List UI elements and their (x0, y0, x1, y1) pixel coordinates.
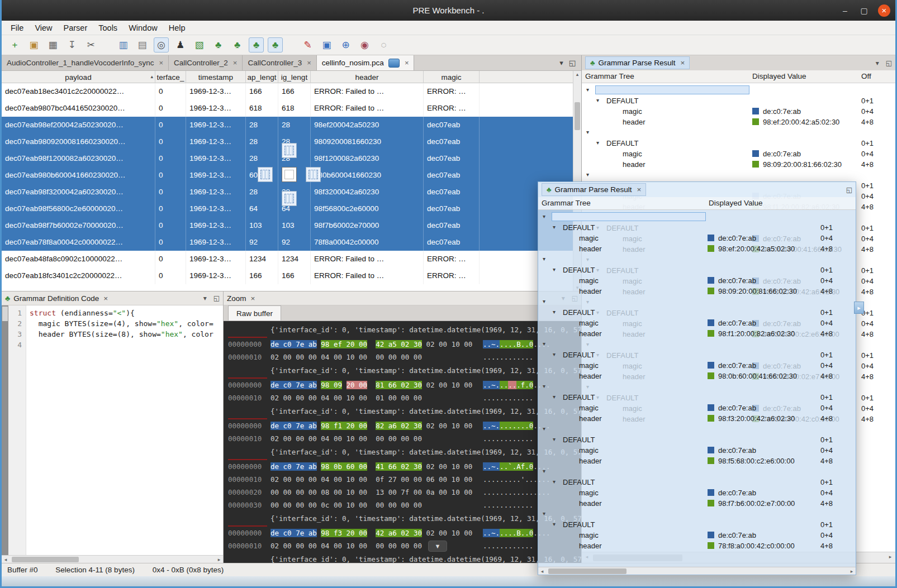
parse-result-tab[interactable]: ♣ Grammar Parse Result × (542, 183, 646, 196)
overview-thumb[interactable] (2, 307, 8, 321)
save-icon[interactable]: ▦ (45, 37, 60, 52)
column-header-ig_lengt[interactable]: ig_lengt (278, 71, 311, 83)
tab-close-icon[interactable]: × (159, 59, 163, 67)
column-header-header[interactable]: header (311, 71, 424, 83)
tree-field-header[interactable]: header78:f8:a0:00:42:c0:00:004+8 (538, 541, 856, 551)
menu-view[interactable]: View (29, 21, 58, 35)
tree-node-root[interactable]: ▾ (538, 297, 856, 307)
chevron-down-icon[interactable]: ▾ (553, 436, 556, 442)
column-offset[interactable]: Off (861, 72, 871, 80)
tree-field-header[interactable]: header98:09:20:00:81:66:02:304+8 (582, 159, 895, 170)
chevron-down-icon[interactable]: ▾ (543, 510, 545, 517)
hex-line[interactable]: 0000002000 00 00 00 08 00 10 00 13 00 7f… (228, 486, 581, 499)
code-editor[interactable]: 1234 struct (endianness="<"){ magic BYTE… (2, 305, 223, 555)
chevron-down-icon[interactable]: ▾ (543, 213, 545, 219)
panel-menu-icon[interactable]: ▾ (876, 59, 879, 67)
floating-window-header[interactable]: ♣ Grammar Parse Result × ◱ (538, 182, 856, 197)
tree-field-magic[interactable]: magicde:c0:7e:ab0+4 (538, 445, 856, 456)
tree-node-root[interactable]: ▾ (538, 466, 856, 477)
chevron-down-icon[interactable]: ▾ (543, 341, 545, 347)
tree-node-root[interactable]: ▾ (538, 381, 856, 392)
tab-float-icon[interactable]: ◱ (569, 59, 576, 67)
window-icon[interactable]: ▣ (319, 37, 334, 52)
code-lines[interactable]: struct (endianness="<"){ magic BYTES(siz… (26, 305, 223, 555)
table-row[interactable]: dec07eab9807bc0441650230020…01969-12-3…6… (2, 100, 581, 117)
tree-node-default[interactable]: ▾DEFAULT0+1 (538, 434, 856, 445)
chevron-down-icon[interactable]: ▾ (543, 256, 545, 262)
tree-field-magic[interactable]: magicde:c0:7e:ab0+4 (538, 318, 856, 328)
column-grammar-tree[interactable]: Grammar Tree (542, 199, 591, 207)
maximize-button[interactable]: ▢ (859, 6, 869, 15)
bug-icon[interactable]: ♣ (211, 37, 226, 52)
tree-node-default[interactable]: ▾DEFAULT0+1 (582, 138, 895, 149)
open-file-icon[interactable]: ▣ (26, 37, 41, 52)
hex-line[interactable]: 0000001002 00 00 00 04 00 10 00 00 00 00… (228, 351, 581, 364)
scroll-right-icon[interactable]: ▸ (886, 554, 894, 560)
tab-2[interactable]: CallController_2× (169, 55, 243, 70)
hex-line[interactable]: 0000001002 00 00 00 04 00 10 00 00 00 00… (228, 433, 581, 446)
tab-raw-buffer[interactable]: Raw buffer (228, 305, 281, 321)
code-line[interactable]: struct (endianness="<"){ (30, 308, 223, 318)
chevron-down-icon[interactable]: ▾ (596, 140, 599, 146)
tree-field-magic[interactable]: magicde:c0:7e:ab0+4 (538, 487, 856, 498)
tree-node-root[interactable]: ▾ (538, 212, 856, 222)
chevron-down-icon[interactable]: ▾ (543, 298, 545, 304)
close-button[interactable]: × (878, 4, 890, 17)
tree-field-magic[interactable]: magicde:c0:7e:ab0+4 (538, 360, 856, 371)
tab-close-icon[interactable]: × (405, 59, 409, 67)
find-file-icon[interactable]: ◎ (154, 37, 169, 52)
column-header-timestamp[interactable]: timestamp (186, 71, 246, 83)
close-panel-icon[interactable]: × (251, 294, 255, 303)
dock-drop-center[interactable] (282, 167, 297, 182)
cut-icon[interactable]: ✂ (83, 37, 98, 52)
tree-field-magic[interactable]: magicde:c0:7e:ab0+4 (538, 275, 856, 286)
parse-result-floating-window[interactable]: ♣ Grammar Parse Result × ◱ Grammar Tree … (538, 181, 856, 575)
reparse-icon[interactable]: ♣ (268, 37, 283, 52)
tab-close-icon[interactable]: × (233, 59, 238, 67)
tab-4[interactable]: cellinfo_nosim.pca× (317, 55, 415, 70)
tree-field-header[interactable]: header98:09:20:00:81:66:02:304+8 (538, 286, 856, 297)
hex-line[interactable]: 00000000de c0 7e ab 98 ef 20 00 42 a5 02… (228, 338, 581, 351)
tree-field-header[interactable]: header98:f5:68:00:c2:e6:00:004+8 (538, 456, 856, 466)
menu-file[interactable]: File (5, 21, 29, 35)
chevron-down-icon[interactable]: ▾ (553, 394, 556, 400)
print-icon[interactable]: ▤ (135, 37, 150, 52)
image-icon[interactable]: ▧ (192, 37, 207, 52)
parse-all-icon[interactable]: ♣ (249, 37, 264, 52)
parse-result-tab[interactable]: ♣ Grammar Parse Result × (585, 56, 690, 69)
table-row[interactable]: dec07eab98f7b60002e70000020…01969-12-3…1… (2, 217, 581, 234)
tree-field-magic[interactable]: magicde:c0:7e:ab0+4 (538, 233, 856, 243)
panel-menu-icon[interactable]: ▾ (203, 294, 207, 302)
tree-field-header[interactable]: header98:f1:20:00:82:a6:02:304+8 (538, 328, 856, 339)
column-displayed-value[interactable]: Displayed Value (752, 72, 806, 80)
titlebar[interactable]: PRE Workbench - . – ▢ × (0, 0, 897, 21)
close-panel-icon[interactable]: × (637, 185, 642, 194)
tree-node-default[interactable]: ▾DEFAULT0+1 (538, 392, 856, 403)
tree-field-magic[interactable]: magicde:c0:7e:ab0+4 (582, 106, 895, 117)
menu-tools[interactable]: Tools (93, 21, 123, 35)
tab-close-icon[interactable]: × (307, 59, 311, 67)
chevron-down-icon[interactable]: ▾ (586, 87, 589, 93)
menu-window[interactable]: Window (123, 21, 163, 35)
hex-dump-view[interactable]: {'interface_id': 0, 'timestamp': datetim… (224, 321, 581, 563)
code-line[interactable]: magic BYTES(size=(4), show="hex", color= (30, 318, 223, 329)
zoom-panel-header[interactable]: Zoom × ▾ ◱ (224, 291, 581, 305)
tree-field-magic[interactable]: magicde:c0:7e:ab0+4 (582, 149, 895, 159)
chevron-down-icon[interactable]: ▾ (543, 383, 545, 389)
column-grammar-tree[interactable]: Grammar Tree (585, 72, 634, 80)
hex-line[interactable]: 00000000de c0 7e ab 98 f1 20 00 82 a6 02… (228, 420, 581, 433)
chevron-down-icon[interactable]: ▾ (543, 468, 545, 474)
chevron-down-icon[interactable]: ▾ (586, 171, 589, 178)
floating-hscrollbar[interactable]: ◂ ▸ (538, 567, 856, 575)
column-header-terface_[interactable]: terface_ (155, 71, 186, 83)
menu-help[interactable]: Help (163, 21, 191, 35)
code-line[interactable]: header BYTES(size=(8), show="hex", color (30, 329, 223, 340)
tab-3[interactable]: CallController_3× (243, 55, 316, 70)
chevron-down-icon[interactable]: ▾ (596, 97, 599, 103)
column-header-ap_lengt[interactable]: ap_lengt (246, 71, 278, 83)
tree-node-default[interactable]: ▾DEFAULT0+1 (538, 477, 856, 487)
scroll-right-icon[interactable]: ▸ (848, 567, 856, 575)
table-row[interactable]: dec07eab48fa8c0902c10000022…01969-12-3…1… (2, 251, 581, 267)
code-line[interactable] (30, 340, 223, 350)
scroll-down-button[interactable]: ▼ (428, 541, 447, 552)
